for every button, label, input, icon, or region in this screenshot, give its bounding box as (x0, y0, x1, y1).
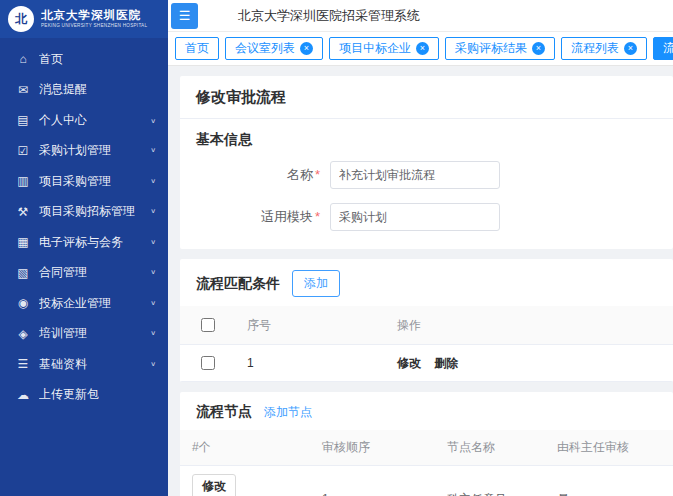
hamburger-button[interactable]: ☰ (171, 3, 198, 29)
tab-evaluation-results[interactable]: 采购评标结果 × (445, 37, 555, 60)
app-title: 北京大学深圳医院招采管理系统 (238, 7, 420, 25)
tabs-bar: 首页 会议室列表 × 项目中标企业 × 采购评标结果 × 流程列表 × 流程 × (168, 32, 673, 66)
tab-label: 采购评标结果 (455, 40, 527, 57)
row-checkbox[interactable] (201, 356, 215, 370)
name-column-header: 节点名称 (435, 430, 545, 466)
sidebar-item-project-purchase[interactable]: ▥ 项目采购管理 ∨ (0, 166, 168, 197)
table-header-row: 序号 操作 (180, 306, 673, 345)
order-column-header: 审核顺序 (310, 430, 435, 466)
sidebar-item-upload-package[interactable]: ☁ 上传更新包 (0, 380, 168, 411)
sidebar-item-purchase-plan[interactable]: ☑ 采购计划管理 ∨ (0, 136, 168, 167)
module-field-label: 适用模块* (180, 208, 330, 226)
sidebar-item-bidder-enterprise[interactable]: ◉ 投标企业管理 ∨ (0, 288, 168, 319)
base-data-icon: ☰ (15, 357, 31, 371)
hospital-logo-icon: 北 (8, 6, 34, 32)
name-field-label: 名称* (180, 166, 330, 184)
row-select-cell (180, 345, 235, 382)
tab-home[interactable]: 首页 (175, 37, 219, 60)
name-input[interactable] (330, 161, 500, 189)
tab-process-list[interactable]: 流程列表 × (561, 37, 647, 60)
basic-info-section-title: 基本信息 (180, 119, 673, 161)
add-node-link[interactable]: 添加节点 (264, 404, 312, 421)
tab-meeting-room-list[interactable]: 会议室列表 × (225, 37, 323, 60)
tab-close-icon[interactable]: × (416, 42, 429, 55)
chevron-down-icon: ∨ (150, 178, 156, 185)
head-review-cell: 是 (545, 466, 673, 496)
head-review-column-header: 由科主任审核 (545, 430, 673, 466)
content-area: 修改审批流程 基本信息 名称* 适用模块* 流程匹配条件 添加 (168, 66, 673, 496)
select-all-checkbox[interactable] (201, 318, 215, 332)
hospital-logo: 北 北京大学深圳医院 PEKING UNIVERSITY SHENZHEN HO… (0, 0, 168, 38)
process-nodes-table: #个 审核顺序 节点名称 由科主任审核 修改 删除 1 (180, 430, 673, 496)
tab-close-icon[interactable]: × (300, 42, 313, 55)
chevron-down-icon: ∨ (150, 147, 156, 154)
add-condition-button[interactable]: 添加 (292, 270, 340, 297)
chevron-down-icon: ∨ (150, 361, 156, 368)
tab-process[interactable]: 流程 × (653, 37, 673, 60)
sidebar-item-bidding-management[interactable]: ⚒ 项目采购招标管理 ∨ (0, 197, 168, 228)
select-all-cell (180, 306, 235, 345)
contract-icon: ▧ (15, 266, 31, 280)
tab-label: 流程 (663, 40, 673, 57)
message-icon: ✉ (15, 83, 31, 97)
action-column-header: 操作 (385, 306, 640, 345)
main-area: ☰ 北京大学深圳医院招采管理系统 首页 会议室列表 × 项目中标企业 × 采购评… (168, 0, 673, 496)
hospital-subtitle: PEKING UNIVERSITY SHENZHEN HOSPITAL (41, 23, 134, 29)
process-nodes-card: 流程节点 添加节点 #个 审核顺序 节点名称 由科主任审核 (180, 392, 673, 496)
top-header: ☰ 北京大学深圳医院招采管理系统 (168, 0, 673, 32)
node-name-cell: 科主任意见 (435, 466, 545, 496)
tab-close-icon[interactable]: × (532, 42, 545, 55)
edit-button[interactable]: 修改 (192, 474, 236, 496)
plan-icon: ☑ (15, 144, 31, 158)
process-nodes-title: 流程节点 (196, 403, 252, 421)
app-window: 北 北京大学深圳医院 PEKING UNIVERSITY SHENZHEN HO… (0, 0, 673, 496)
chevron-down-icon: ∨ (150, 269, 156, 276)
page-title: 修改审批流程 (180, 76, 673, 119)
edit-link[interactable]: 修改 (397, 356, 421, 370)
delete-link[interactable]: 删除 (434, 356, 458, 370)
tab-winning-enterprises[interactable]: 项目中标企业 × (329, 37, 439, 60)
chevron-down-icon: ∨ (150, 330, 156, 337)
clipped-cell (640, 345, 673, 382)
bid-icon: ⚒ (15, 205, 31, 219)
tab-close-icon[interactable]: × (624, 42, 637, 55)
tab-label: 项目中标企业 (339, 40, 411, 57)
home-icon: ⌂ (15, 52, 31, 66)
sidebar-item-messages[interactable]: ✉ 消息提醒 (0, 75, 168, 106)
order-cell: 1 (310, 466, 435, 496)
sidebar-item-home[interactable]: ⌂ 首页 (0, 44, 168, 75)
clipped-column-header (640, 306, 673, 345)
sidebar-item-base-data[interactable]: ☰ 基础资料 ∨ (0, 349, 168, 380)
tab-label: 流程列表 (571, 40, 619, 57)
chevron-down-icon: ∨ (150, 300, 156, 307)
form-row-module: 适用模块* (180, 203, 673, 231)
sidebar-menu: ⌂ 首页 ✉ 消息提醒 ▤ 个人中心 ∨ ☑ 采购计划管理 ∨ ▥ 项目采购管理… (0, 38, 168, 410)
process-nodes-header: 流程节点 添加节点 (180, 392, 673, 430)
label-text: 适用模块 (261, 209, 313, 224)
sidebar-item-training[interactable]: ◈ 培训管理 ∨ (0, 319, 168, 350)
sidebar-item-personal-center[interactable]: ▤ 个人中心 ∨ (0, 105, 168, 136)
actions-cell: 修改 删除 (180, 466, 310, 496)
match-conditions-title: 流程匹配条件 (196, 275, 280, 293)
form-row-name: 名称* (180, 161, 673, 189)
module-input[interactable] (330, 203, 500, 231)
match-conditions-card: 流程匹配条件 添加 序号 操作 (180, 259, 673, 382)
match-conditions-header: 流程匹配条件 添加 (180, 259, 673, 306)
action-cell: 修改 删除 (385, 345, 640, 382)
hospital-name: 北京大学深圳医院 (41, 8, 160, 22)
actions-column-header: #个 (180, 430, 310, 466)
chevron-down-icon: ∨ (150, 117, 156, 124)
sidebar-item-evaluation-meeting[interactable]: ▦ 电子评标与会务 ∨ (0, 227, 168, 258)
sidebar-item-contract[interactable]: ▧ 合同管理 ∨ (0, 258, 168, 289)
basic-info-card: 修改审批流程 基本信息 名称* 适用模块* (180, 76, 673, 249)
required-star: * (315, 209, 320, 224)
match-conditions-table: 序号 操作 1 修改 删除 (180, 306, 673, 382)
tab-label: 会议室列表 (235, 40, 295, 57)
project-icon: ▥ (15, 174, 31, 188)
label-text: 名称 (287, 167, 313, 182)
required-star: * (315, 167, 320, 182)
upload-icon: ☁ (15, 388, 31, 402)
hospital-logo-text: 北京大学深圳医院 PEKING UNIVERSITY SHENZHEN HOSP… (41, 8, 160, 30)
chevron-down-icon: ∨ (150, 208, 156, 215)
enterprise-icon: ◉ (15, 296, 31, 310)
